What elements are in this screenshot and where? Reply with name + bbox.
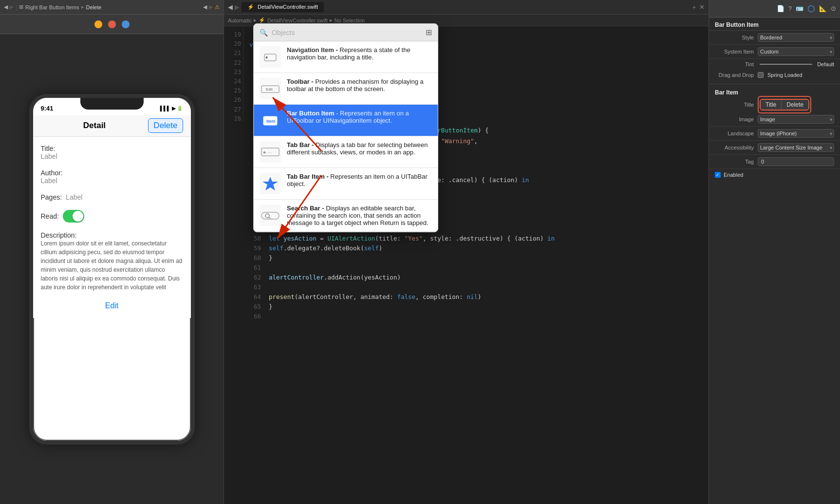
breadcrumb-item-1[interactable]: Right Bar Button Items xyxy=(25,4,79,10)
breadcrumb-back[interactable]: ◀ xyxy=(4,4,8,10)
breadcrumb-code-file[interactable]: ⚡ xyxy=(259,17,265,23)
inspector-icon-connect[interactable]: ⊙ xyxy=(831,5,836,12)
system-item-row: System Item Custom xyxy=(709,45,840,59)
spring-loaded-checkbox[interactable] xyxy=(758,72,764,78)
iphone-notch xyxy=(80,98,144,110)
inspector-icon-identity[interactable]: 🪪 xyxy=(796,5,803,12)
tab-add-icon[interactable]: ＋ xyxy=(691,3,697,12)
simulator-container: 9:41 ▌▌▌ ▶ 🔋 Detail Delete Title: Label … xyxy=(29,94,195,445)
tab-nav-forward[interactable]: ▶ xyxy=(235,3,240,11)
divider xyxy=(709,80,840,84)
image-label: Image xyxy=(715,116,754,122)
breadcrumb-item-2[interactable]: Delete xyxy=(86,4,102,10)
breadcrumb-arrow-right[interactable]: ▶ xyxy=(209,4,213,10)
bar-item-section-title: Bar Item xyxy=(709,86,840,97)
nav-item-name: Navigation Item - Represents a state of … xyxy=(287,46,432,61)
toolbar-btn-yellow[interactable] xyxy=(94,20,102,28)
grid-view-icon[interactable]: ⊞ xyxy=(426,28,432,37)
read-toggle[interactable] xyxy=(63,210,84,223)
object-item-nav[interactable]: Navigation Item - Represents a state of … xyxy=(254,41,438,73)
objects-search-bar: 🔍 ⊞ xyxy=(254,24,438,41)
title-field-row: Title: Label xyxy=(41,145,183,160)
svg-text:★ ···: ★ ··· xyxy=(262,150,271,155)
accessibility-select-wrapper: Large Content Size Image xyxy=(758,143,834,152)
toolbar-strip xyxy=(0,15,224,34)
tab-bar-info: Tab Bar - Displays a tab bar for selecti… xyxy=(287,141,432,156)
breadcrumb: ◀ ▶ | ⊞ Right Bar Button Items ▸ Delete … xyxy=(0,0,224,15)
spring-loaded-label: Spring Loaded xyxy=(767,72,803,78)
enabled-label: Enabled xyxy=(724,172,743,178)
breadcrumb-forward[interactable]: ▶ xyxy=(10,4,14,10)
nav-item-icon xyxy=(260,46,281,68)
simulator-wrapper: 9:41 ▌▌▌ ▶ 🔋 Detail Delete Title: Label … xyxy=(0,34,224,504)
pages-inline: Pages: Label xyxy=(41,193,183,201)
object-item-tab-bar-item[interactable]: Tab Bar Item - Represents an item on a U… xyxy=(254,168,438,200)
tint-value-row: Default xyxy=(758,61,834,67)
breadcrumb-code-selection[interactable]: No Selection xyxy=(335,18,365,23)
inspector-icon-size[interactable]: 📐 xyxy=(819,5,827,12)
tab-label: DetailViewController.swift xyxy=(258,4,318,10)
inspector-icon-attr[interactable]: ⬡ xyxy=(807,3,815,14)
accessibility-label: Accessibility xyxy=(715,145,754,150)
breadcrumb-code-filename[interactable]: DetailViewController.swift xyxy=(267,18,328,23)
tab-close-icon[interactable]: ✕ xyxy=(699,3,705,11)
tint-row: Tint Default xyxy=(709,59,840,70)
object-item-bar-button[interactable]: Item Bar Button Item - Represents an ite… xyxy=(254,105,438,136)
title-label: Title: xyxy=(41,145,183,152)
landscape-select[interactable]: Image (iPhone) xyxy=(758,129,834,138)
status-icons: ▌▌▌ ▶ 🔋 xyxy=(160,106,183,111)
toolbar-btn-red[interactable] xyxy=(108,20,116,28)
object-item-search-bar[interactable]: Search Bar - Displays an editable search… xyxy=(254,200,438,232)
style-label: Style xyxy=(715,35,754,40)
toolbar-name: Toolbar - Provides a mechanism for displ… xyxy=(287,78,432,93)
inspector-title: Bar Button Item xyxy=(709,18,840,31)
nav-bar: Detail Delete xyxy=(33,115,191,137)
title-value-display[interactable]: Title xyxy=(761,100,782,110)
title-delete-box: Title Delete xyxy=(760,99,809,111)
pages-label: Pages: xyxy=(41,193,62,201)
toolbar-btn-blue[interactable] xyxy=(122,20,130,28)
left-panel: ◀ ▶ | ⊞ Right Bar Button Items ▸ Delete … xyxy=(0,0,224,504)
nav-delete-button[interactable]: Delete xyxy=(148,118,183,133)
tab-bar-item-icon xyxy=(260,173,281,194)
style-select[interactable]: Bordered xyxy=(758,33,834,42)
search-bar-info: Search Bar - Displays an editable search… xyxy=(287,205,432,226)
enabled-checkbox[interactable] xyxy=(715,172,721,178)
content-area: Title: Label Author: Label Pages: Label xyxy=(33,137,191,318)
image-row: Image Image xyxy=(709,112,840,127)
edit-button[interactable]: Edit xyxy=(41,301,183,310)
image-select[interactable]: Image xyxy=(758,115,834,124)
objects-search-input[interactable] xyxy=(272,29,422,37)
svg-rect-9 xyxy=(261,212,279,219)
tab-detail-vc[interactable]: ⚡ DetailViewController.swift xyxy=(242,2,324,12)
object-item-toolbar[interactable]: Edit Toolbar - Provides a mechanism for … xyxy=(254,73,438,105)
object-item-tab-bar[interactable]: ★ ··· Tab Bar - Displays a tab bar for s… xyxy=(254,136,438,168)
delete-value-display[interactable]: Delete xyxy=(782,100,808,110)
nav-title: Detail xyxy=(83,121,106,131)
description-text: Lorem ipsum dolor sit er elit lamet, con… xyxy=(41,239,183,292)
search-bar-name: Search Bar - Displays an editable search… xyxy=(287,205,432,226)
tag-row: Tag xyxy=(709,155,840,169)
breadcrumb-code-auto[interactable]: Automatic xyxy=(228,18,252,23)
tab-bar-item-info: Tab Bar Item - Represents an item on a U… xyxy=(287,173,432,187)
bar-button-info: Bar Button Item - Represents an item on … xyxy=(287,110,432,124)
breadcrumb-icon: ⊞ xyxy=(19,4,23,10)
bar-button-icon: Item xyxy=(260,110,281,131)
title-delete-box-wrapper: Title Delete xyxy=(760,99,809,111)
accessibility-select[interactable]: Large Content Size Image xyxy=(758,143,834,152)
tab-nav-back[interactable]: ◀ xyxy=(228,3,233,11)
inspector-icon-file[interactable]: 📄 xyxy=(777,5,784,12)
landscape-label: Landscape xyxy=(715,131,754,136)
breadcrumb-arrow-left[interactable]: ◀ xyxy=(203,4,207,10)
read-field-row: Read: xyxy=(41,210,183,223)
tab-bar-icon: ★ ··· xyxy=(260,141,281,163)
tab-bar-name: Tab Bar - Displays a tab bar for selecti… xyxy=(287,141,432,156)
tag-input[interactable] xyxy=(758,157,834,166)
description-field-row: Description: Lorem ipsum dolor sit er el… xyxy=(41,231,183,292)
system-item-select[interactable]: Custom xyxy=(758,47,834,56)
svg-marker-8 xyxy=(262,177,278,190)
inspector-icon-question[interactable]: ? xyxy=(788,5,792,12)
svg-text:Edit: Edit xyxy=(266,87,273,92)
read-label: Read: xyxy=(41,212,59,220)
image-select-wrapper: Image xyxy=(758,115,834,124)
